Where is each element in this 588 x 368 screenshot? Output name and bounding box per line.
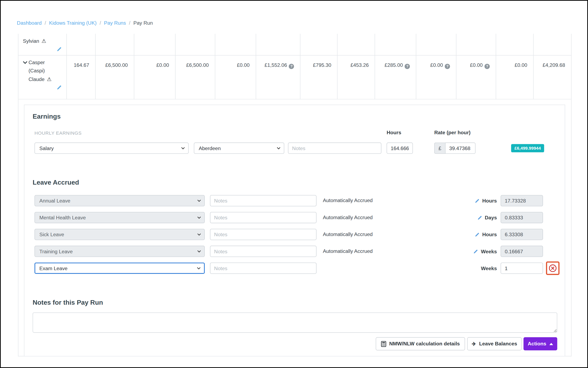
help-icon[interactable]: ? <box>485 64 490 69</box>
collapse-row-chevron-icon[interactable] <box>23 59 27 67</box>
table-cell <box>175 34 215 55</box>
leave-value-input[interactable] <box>501 263 543 274</box>
breadcrumb-pay-runs[interactable]: Pay Runs <box>104 20 126 26</box>
leave-notes-input[interactable] <box>210 212 317 223</box>
chevron-down-icon <box>181 147 185 149</box>
employee-name: Casper <box>28 60 45 65</box>
table-cell: £795.30 <box>300 55 337 99</box>
leave-notes-input[interactable] <box>210 195 317 206</box>
hours-column-header: Hours <box>387 130 401 135</box>
leave-value-input <box>501 212 543 223</box>
leave-notes-input[interactable] <box>210 229 317 240</box>
delete-highlight-box <box>546 261 560 275</box>
table-cell <box>337 34 375 55</box>
leave-category-select-sick: Sick Leave <box>35 229 205 240</box>
breadcrumb-separator: / <box>100 20 101 26</box>
chevron-down-icon <box>197 250 201 252</box>
location-value: Aberdeen <box>199 145 221 151</box>
nmw-button-label: NMW/NLW calculation details <box>389 341 460 347</box>
pay-run-notes-textarea[interactable] <box>33 313 557 333</box>
table-cell: £1,552.06? <box>256 55 300 99</box>
employee-detail-panel: Earnings HOURLY EARNINGS Hours Rate (per… <box>24 105 565 356</box>
table-cell <box>95 34 134 55</box>
expanded-detail-row: Earnings HOURLY EARNINGS Hours Rate (per… <box>18 100 571 357</box>
chevron-down-icon <box>277 147 280 149</box>
employee-name: Sylvian <box>23 38 39 44</box>
rate-column-header: Rate (per hour) <box>434 130 471 135</box>
accrual-note: Automatically Accrued <box>323 212 373 223</box>
help-icon[interactable]: ? <box>289 64 294 69</box>
chevron-down-icon <box>197 267 201 269</box>
leave-category-select-exam[interactable]: Exam Leave <box>35 263 205 274</box>
delete-leave-row-button[interactable] <box>549 264 557 272</box>
breadcrumb-separator: / <box>129 20 130 26</box>
caret-up-icon <box>549 343 553 345</box>
times-circle-icon <box>549 264 557 272</box>
earnings-notes-input[interactable] <box>288 142 381 154</box>
edit-pencil-icon[interactable] <box>57 85 62 90</box>
total-hours-cell: 164.67 <box>66 55 95 99</box>
chevron-down-icon <box>197 200 201 202</box>
leave-unit-label: Weeks <box>481 248 497 254</box>
edit-pencil-icon[interactable] <box>477 215 482 220</box>
accrual-note: Automatically Accrued <box>323 229 373 240</box>
leave-unit-label: Hours <box>482 232 497 237</box>
edit-pencil-icon[interactable] <box>57 46 62 52</box>
actions-button[interactable]: Actions <box>524 337 557 350</box>
leave-unit-cluster: Days <box>399 212 497 223</box>
breadcrumb-dashboard[interactable]: Dashboard <box>17 20 42 26</box>
leave-unit-cluster: Hours <box>399 195 497 206</box>
accrual-note: Automatically Accrued <box>323 246 373 257</box>
pay-run-page: Dashboard / Kidows Training (UK) / Pay R… <box>0 0 588 368</box>
chevron-down-icon <box>197 216 201 219</box>
table-cell: £0.00? <box>416 55 456 99</box>
leave-notes-input[interactable] <box>210 246 317 257</box>
leave-category-select-annual: Annual Leave <box>35 195 205 206</box>
breadcrumb-current: Pay Run <box>133 20 153 26</box>
actions-label: Actions <box>528 341 546 347</box>
leave-category-value: Annual Leave <box>39 198 71 203</box>
table-cell: £285.00? <box>375 55 416 99</box>
leave-unit-label: Hours <box>482 198 497 203</box>
pay-category-select[interactable]: Salary <box>35 142 189 154</box>
leave-category-value: Training Leave <box>39 248 73 254</box>
cell-value: £0.00 <box>237 62 250 68</box>
leave-notes-input[interactable] <box>210 263 317 274</box>
currency-prefix: £ <box>434 142 445 154</box>
table-cell: £6,500.00 <box>175 55 215 99</box>
leave-unit-cluster: Weeks <box>399 246 497 257</box>
plane-icon: ✈ <box>472 341 476 347</box>
table-cell <box>215 34 256 55</box>
edit-pencil-icon[interactable] <box>473 249 479 254</box>
location-select[interactable]: Aberdeen <box>194 142 284 154</box>
cell-value: £285.00 <box>385 62 403 68</box>
chevron-down-icon <box>197 233 201 236</box>
employee-name: (Caspi) <box>23 67 64 75</box>
calculator-icon <box>381 341 386 347</box>
hourly-earnings-label: HOURLY EARNINGS <box>35 130 81 136</box>
table-cell: £453.26 <box>337 55 375 99</box>
leave-unit-label: Days <box>485 215 497 221</box>
table-cell: £0.00 <box>215 55 256 99</box>
help-icon[interactable]: ? <box>405 64 410 69</box>
leave-unit-cluster: Hours <box>399 229 497 240</box>
earnings-rate-input[interactable] <box>445 142 476 154</box>
warning-icon: ⚠ <box>42 38 46 44</box>
breadcrumb-separator: / <box>45 20 46 26</box>
help-icon[interactable]: ? <box>445 64 450 69</box>
notes-title: Notes for this Pay Run <box>33 298 103 306</box>
earnings-title: Earnings <box>33 112 61 120</box>
leave-unit-label: Weeks <box>481 265 497 271</box>
table-cell <box>300 34 337 55</box>
edit-pencil-icon[interactable] <box>475 198 480 203</box>
earnings-hours-input[interactable] <box>387 142 413 154</box>
edit-pencil-icon[interactable] <box>475 232 480 237</box>
nmw-calculation-button[interactable]: NMW/NLW calculation details <box>376 337 465 350</box>
leave-balances-button[interactable]: ✈ Leave Balances <box>467 337 522 350</box>
cell-value: £795.30 <box>313 62 331 68</box>
gross-cell: £6,500.00 <box>95 55 134 99</box>
breadcrumb-business[interactable]: Kidows Training (UK) <box>49 20 97 26</box>
leave-unit-cluster: Weeks <box>399 263 497 274</box>
cell-value: 164.67 <box>74 62 89 68</box>
table-row-casper: Casper (Caspi) Claude⚠ 164.67 £6,500.00 … <box>18 55 571 99</box>
